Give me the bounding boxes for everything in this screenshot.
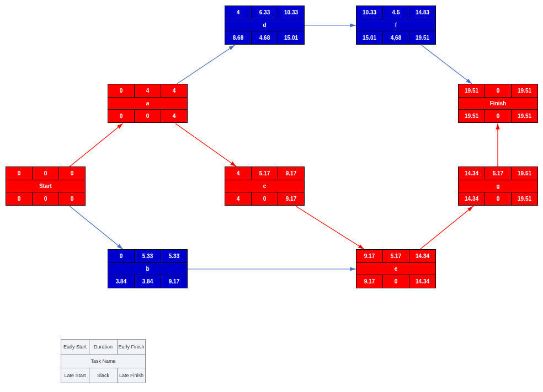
ls: 4 <box>225 192 252 206</box>
dur: 5.33 <box>135 250 161 263</box>
ef: 10.33 <box>278 6 305 19</box>
node-c: 45.179.17c409.17 <box>225 167 305 206</box>
ls: 0 <box>6 192 33 206</box>
legend-dur: Duration <box>89 340 118 355</box>
lf: 15.01 <box>278 31 305 45</box>
edge-a-c <box>175 123 236 167</box>
dur: 5.17 <box>383 250 409 263</box>
legend-slack: Slack <box>89 368 118 383</box>
edge-f-finish <box>422 45 472 84</box>
slack: 0 <box>383 275 409 288</box>
dur: 5.17 <box>252 167 278 180</box>
dur: 4.5 <box>383 6 409 19</box>
slack: 0 <box>485 192 512 206</box>
ls: 15.01 <box>356 31 383 45</box>
edge-c-e <box>296 206 364 249</box>
es: 10.33 <box>356 6 383 19</box>
slack: 0 <box>135 110 161 123</box>
lf: 14.34 <box>409 275 436 288</box>
slack: 4.68 <box>252 31 278 45</box>
dur: 6.33 <box>252 6 278 19</box>
ls: 19.51 <box>459 110 485 123</box>
lf: 9.17 <box>278 192 305 206</box>
legend-lf: Late Finish <box>118 368 146 383</box>
legend-ef: Early Finish <box>118 340 146 355</box>
node-f: 10.334.514.83f15.014,6819.51 <box>356 6 436 45</box>
ef: 5.33 <box>161 250 188 263</box>
ef: 0 <box>59 167 86 180</box>
ef: 19.51 <box>512 84 538 98</box>
ls: 0 <box>108 110 135 123</box>
slack: 0 <box>485 110 512 123</box>
task-name: g <box>459 180 538 192</box>
task-name: c <box>225 180 305 192</box>
dur: 0 <box>485 84 512 98</box>
lf: 19.51 <box>512 110 538 123</box>
task-name: d <box>225 19 305 31</box>
slack: 0 <box>252 192 278 206</box>
ef: 14.34 <box>409 250 436 263</box>
ls: 14.34 <box>459 192 485 206</box>
legend-ls: Late Start <box>61 368 89 383</box>
legend-name: Task Name <box>61 355 146 368</box>
task-name: e <box>356 263 436 275</box>
edge-a-d <box>177 45 235 84</box>
dur: 4 <box>135 84 161 98</box>
lf: 9.17 <box>161 275 188 288</box>
node-a: 044a004 <box>108 84 188 123</box>
es: 0 <box>6 167 33 180</box>
edge-start-a <box>70 123 123 167</box>
node-g: 14.345.1719.51g14.34019.51 <box>458 167 538 206</box>
node-finish: 19.51019.51Finish19.51019.51 <box>458 84 538 123</box>
es: 4 <box>225 167 252 180</box>
es: 9.17 <box>356 250 383 263</box>
legend-es: Early Start <box>61 340 89 355</box>
lf: 19.51 <box>512 192 538 206</box>
ls: 8.68 <box>225 31 252 45</box>
node-d: 46.3310.33d8.684.6815.01 <box>225 6 305 45</box>
task-name: f <box>356 19 436 31</box>
legend: Early Start Duration Early Finish Task N… <box>61 339 146 383</box>
edge-start-b <box>70 206 123 249</box>
lf: 4 <box>161 110 188 123</box>
edge-e-g <box>420 206 473 249</box>
slack: 3.84 <box>135 275 161 288</box>
ef: 14.83 <box>409 6 436 19</box>
lf: 19.51 <box>409 31 436 45</box>
ls: 3.84 <box>108 275 135 288</box>
es: 19.51 <box>459 84 485 98</box>
node-start: 000Start000 <box>6 167 86 206</box>
es: 0 <box>108 84 135 98</box>
slack: 4,68 <box>383 31 409 45</box>
task-name: b <box>108 263 188 275</box>
node-e: 9.175.1714.34e9.17014.34 <box>356 249 436 288</box>
dur: 5.17 <box>485 167 512 180</box>
ls: 9.17 <box>356 275 383 288</box>
ef: 19.51 <box>512 167 538 180</box>
es: 14.34 <box>459 167 485 180</box>
lf: 0 <box>59 192 86 206</box>
es: 4 <box>225 6 252 19</box>
task-name: Finish <box>459 98 538 110</box>
ef: 9.17 <box>278 167 305 180</box>
task-name: Start <box>6 180 86 192</box>
ef: 4 <box>161 84 188 98</box>
slack: 0 <box>33 192 59 206</box>
dur: 0 <box>33 167 59 180</box>
task-name: a <box>108 98 188 110</box>
es: 0 <box>108 250 135 263</box>
node-b: 05.335.33b3.843.849.17 <box>108 249 188 288</box>
